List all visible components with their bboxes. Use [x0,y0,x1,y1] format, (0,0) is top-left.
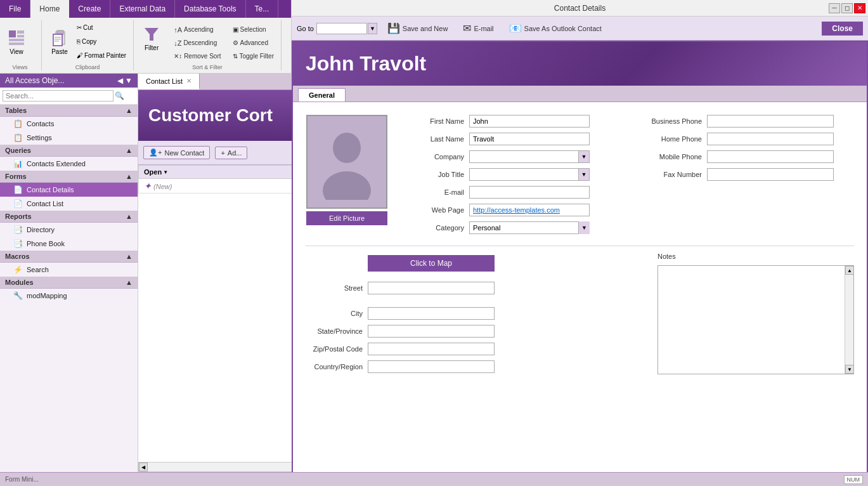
nav-item-contact-details[interactable]: 📄 Contact Details [0,183,138,197]
tab-te[interactable]: Te... [246,0,279,18]
company-dropdown-btn[interactable]: ▼ [578,150,590,163]
views-group-label: Views [4,63,36,70]
goto-dropdown-btn[interactable]: ▼ [368,23,377,34]
web-page-link[interactable]: http://access-templates.com [469,204,590,216]
svg-marker-11 [145,28,159,41]
nav-pane-header[interactable]: All Access Obje... ◀ ▼ [0,74,138,88]
mobile-phone-input[interactable] [707,150,834,163]
mobile-phone-label: Mobile Phone [638,153,702,161]
nav-item-contact-details-label: Contact Details [27,186,74,194]
email-icon: ✉ [463,22,471,34]
view-button[interactable]: View [4,27,29,56]
close-window-button[interactable]: ✕ [854,3,865,13]
last-name-input[interactable] [469,133,590,145]
job-title-dropdown-btn[interactable]: ▼ [578,168,590,181]
modal-tab-general[interactable]: General [298,88,346,102]
nav-item-phone-book[interactable]: 📑 Phone Book [0,237,138,251]
email-label: E-mail [407,188,464,196]
tab-external-data[interactable]: External Data [110,0,175,18]
first-name-input[interactable] [469,115,590,128]
minimize-button[interactable]: ─ [829,3,840,13]
copy-button[interactable]: ⎘ Copy [75,37,128,46]
country-input[interactable] [368,360,495,373]
toggle-filter-button[interactable]: ⇅ Toggle Filter [231,52,276,60]
nav-item-contact-list[interactable]: 📄 Contact List [0,197,138,211]
paste-button[interactable]: Paste [47,27,72,56]
nav-section-forms-chevron: ▲ [126,173,133,180]
nav-pane-expand-icon: ◀ ▼ [117,76,133,85]
zip-input[interactable] [368,343,495,355]
job-title-input[interactable] [469,168,578,181]
edit-picture-button[interactable]: Edit Picture [306,211,387,225]
notes-scroll-middle [845,275,853,365]
notes-scroll-up-btn[interactable]: ▲ [845,266,854,275]
email-input[interactable] [469,186,590,199]
remove-sort-icon: ✕↕ [174,53,182,60]
category-select[interactable]: Personal Business Family [469,221,590,234]
nav-section-forms[interactable]: Forms ▲ [0,171,138,183]
nav-item-directory-label: Directory [27,226,55,233]
goto-input[interactable] [316,23,367,34]
business-phone-input[interactable] [707,115,834,128]
fax-number-input[interactable] [707,168,834,181]
street-input[interactable] [368,282,495,294]
nav-item-settings[interactable]: 📋 Settings [0,131,138,145]
toggle-filter-label: Toggle Filter [240,53,274,60]
home-phone-input[interactable] [707,133,834,145]
nav-item-directory[interactable]: 📑 Directory [0,223,138,237]
tab-database-tools[interactable]: Database Tools [175,0,246,18]
nav-item-search[interactable]: ⚡ Search [0,263,138,277]
company-input[interactable] [469,150,578,163]
restore-button[interactable]: ◻ [841,3,853,13]
content-tab-contact-list[interactable]: Contact List ✕ [138,74,200,89]
zip-label: Zip/Postal Code [306,345,363,353]
cut-button[interactable]: ✂ Cut [75,23,128,32]
tab-file[interactable]: File [0,0,30,18]
descending-button[interactable]: ↓Z Descending [172,39,223,48]
nav-section-macros[interactable]: Macros ▲ [0,251,138,263]
click-to-map-button[interactable]: Click to Map [368,255,495,272]
save-and-new-button[interactable]: 💾 Save and New [382,20,453,36]
col-dropdown-icon[interactable]: ▼ [163,169,168,175]
filter-button[interactable]: Filter [139,23,164,53]
nav-search-area: 🔍 [0,88,138,105]
photo-placeholder [306,115,387,209]
add-button[interactable]: + Ad... [215,147,247,159]
descending-label: Descending [183,39,217,46]
selection-button[interactable]: ▣ Selection [231,25,276,34]
advanced-button[interactable]: ⚙ Advanced [231,39,276,47]
email-button[interactable]: ✉ E-mail [458,20,498,36]
first-name-row: First Name [407,115,619,128]
city-input[interactable] [368,307,495,320]
state-input[interactable] [368,325,495,338]
nav-section-modules[interactable]: Modules ▲ [0,277,138,289]
new-contact-button[interactable]: 👤+ New Contact [143,146,210,159]
close-modal-button[interactable]: Close [822,22,863,36]
nav-item-mod-mapping[interactable]: 🔧 modMapping [0,289,138,303]
tab-home[interactable]: Home [30,0,69,18]
address-notes-section: Click to Map Street City State/Pr [306,253,854,378]
street-label: Street [306,284,363,292]
format-painter-button[interactable]: 🖌 Format Painter [75,51,128,60]
notes-scroll-down-btn[interactable]: ▼ [845,365,854,374]
notes-textarea[interactable] [658,266,845,374]
business-phone-row: Business Phone [638,115,854,128]
ascending-icon: ↑A [174,26,182,34]
hscroll-left-btn[interactable]: ◀ [139,463,148,471]
nav-item-contacts[interactable]: 📋 Contacts [0,117,138,131]
tab-create[interactable]: Create [69,0,110,18]
nav-item-search-label: Search [27,266,49,273]
nav-item-contacts-extended[interactable]: 📊 Contacts Extended [0,157,138,171]
svg-rect-6 [57,30,63,34]
clipboard-group-label: Clipboard [47,63,128,70]
ascending-button[interactable]: ↑A Ascending [172,25,223,34]
nav-search-input[interactable] [3,90,113,102]
save-as-outlook-button[interactable]: 📧 Save As Outlook Contact [504,20,607,36]
nav-section-tables[interactable]: Tables ▲ [0,105,138,117]
remove-sort-button[interactable]: ✕↕ Remove Sort [172,52,223,60]
nav-section-reports[interactable]: Reports ▲ [0,211,138,223]
tab-close-icon[interactable]: ✕ [186,77,191,84]
nav-item-mod-mapping-label: modMapping [27,292,67,299]
nav-section-queries[interactable]: Queries ▲ [0,145,138,157]
nav-search-icon[interactable]: 🔍 [115,91,124,100]
